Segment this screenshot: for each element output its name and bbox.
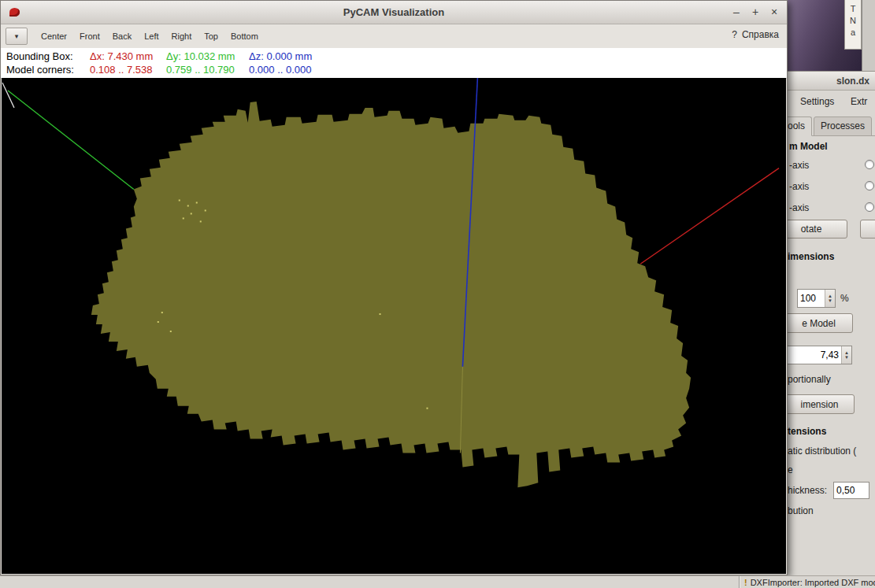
- close-button[interactable]: ×: [768, 5, 780, 19]
- delta-z-value: Δz: 0.000 mm: [249, 50, 312, 63]
- status-message: DXFImporter: Imported DXF mode: [751, 578, 875, 587]
- transform-model-section: m Model: [789, 141, 828, 152]
- spinner-arrows-icon[interactable]: ▲▼: [841, 346, 851, 364]
- x-range-value: 0.108 .. 7.538: [90, 63, 166, 76]
- panel-tabs: ools Processes: [788, 113, 875, 136]
- x-axis-line: [640, 168, 779, 264]
- desktop: T N a slon.dx Settings Extr ools Process…: [0, 0, 875, 588]
- scrollbar-strip[interactable]: [862, 0, 875, 71]
- warning-icon: !: [744, 578, 747, 587]
- delta-y-value: Δy: 10.032 mm: [166, 50, 249, 63]
- dxf-model-shape: [91, 102, 691, 487]
- scale-dimension-button[interactable]: imension: [788, 394, 855, 414]
- y-axis-line: [8, 91, 134, 190]
- corner-marker-line: [2, 83, 14, 108]
- scale-percent-spinbox[interactable]: ▲▼: [797, 289, 836, 308]
- window-controls: – + ×: [730, 5, 780, 19]
- tab-tools[interactable]: ools: [788, 116, 812, 136]
- window-title: PyCAM Visualization: [1, 6, 787, 18]
- view-center-button[interactable]: Center: [35, 28, 72, 45]
- spinner-arrows-icon[interactable]: ▲▼: [825, 290, 835, 307]
- dock-letter: N: [845, 15, 861, 27]
- proportionally-label: portionally: [788, 374, 831, 385]
- dimension-spinbox[interactable]: ▲▼: [788, 346, 852, 364]
- help-button[interactable]: ? Справка: [732, 29, 779, 40]
- pycam-visualization-window: PyCAM Visualization – + × ▾ Center Front…: [0, 0, 788, 575]
- pycam-main-window: slon.dx Settings Extr ools Processes m M…: [788, 71, 875, 575]
- x-axis-radio[interactable]: [865, 160, 874, 169]
- z-axis-label: -axis: [789, 202, 809, 213]
- view-top-button[interactable]: Top: [198, 28, 224, 45]
- minimize-button[interactable]: –: [730, 5, 743, 19]
- y-range-value: 0.759 .. 10.790: [166, 63, 249, 76]
- status-bar: ! DXFImporter: Imported DXF mode: [0, 575, 875, 588]
- titlebar[interactable]: PyCAM Visualization – + ×: [1, 1, 787, 24]
- 3d-viewport[interactable]: [2, 78, 786, 574]
- x-axis-label: -axis: [789, 160, 809, 171]
- y-axis-label: -axis: [789, 181, 809, 192]
- dock-letter: T: [845, 3, 861, 15]
- view-back-button[interactable]: Back: [107, 28, 137, 45]
- view-dropdown-button[interactable]: ▾: [6, 28, 28, 45]
- rotate-button[interactable]: otate: [788, 220, 847, 239]
- help-label: Справка: [742, 29, 779, 40]
- thickness-input[interactable]: [833, 482, 869, 499]
- extensions-section: tensions: [788, 426, 826, 437]
- desktop-wallpaper: T N a: [788, 0, 875, 71]
- dock-letter: a: [845, 27, 861, 39]
- scale-percent-input[interactable]: [798, 290, 825, 307]
- view-right-button[interactable]: Right: [166, 28, 198, 45]
- model-info-bar: Bounding Box: Δx: 7.430 mm Δy: 10.032 mm…: [1, 48, 787, 79]
- view-bottom-button[interactable]: Bottom: [225, 28, 264, 45]
- thickness-label: hickness:: [788, 485, 827, 496]
- delta-x-value: Δx: 7.430 mm: [90, 50, 166, 63]
- help-icon: ?: [732, 29, 737, 40]
- view-toolbar: ▾ Center Front Back Left Right Top Botto…: [1, 24, 787, 48]
- tab-processes[interactable]: Processes: [814, 116, 872, 136]
- dimension-input[interactable]: [788, 346, 841, 364]
- view-left-button[interactable]: Left: [139, 28, 164, 45]
- edge-label: e: [788, 464, 793, 475]
- menu-settings[interactable]: Settings: [800, 96, 834, 107]
- bounding-box-label: Bounding Box:: [6, 50, 90, 63]
- model-render: [2, 78, 786, 574]
- chevron-down-icon: ▾: [15, 32, 19, 40]
- y-axis-radio[interactable]: [865, 181, 874, 190]
- menu-extras[interactable]: Extr: [851, 96, 867, 107]
- z-axis-radio[interactable]: [865, 202, 874, 212]
- automatic-distribution-label: atic distribution (: [788, 446, 856, 457]
- percent-label: %: [840, 293, 849, 304]
- distribution-label: bution: [788, 505, 814, 516]
- z-range-value: 0.000 .. 0.000: [249, 63, 312, 76]
- dimensions-section: imensions: [788, 251, 834, 262]
- scale-model-button[interactable]: e Model: [788, 313, 853, 333]
- maximize-button[interactable]: +: [749, 5, 762, 19]
- panel-button-fragment[interactable]: [860, 220, 875, 239]
- status-message-area: ! DXFImporter: Imported DXF mode: [739, 576, 875, 588]
- main-window-title[interactable]: slon.dx: [788, 72, 875, 91]
- model-corners-label: Model corners:: [6, 63, 90, 76]
- view-front-button[interactable]: Front: [74, 28, 106, 45]
- vertical-dock: T N a: [844, 0, 862, 50]
